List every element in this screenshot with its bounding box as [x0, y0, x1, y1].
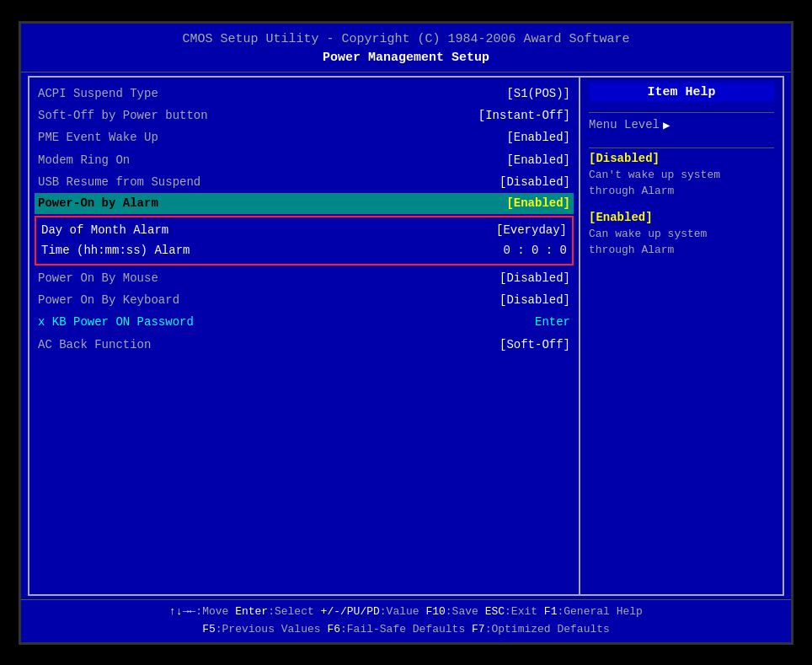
day-of-month-value: [Everyday]: [496, 221, 567, 239]
power-on-mouse-row[interactable]: Power On By Mouse [Disabled]: [38, 267, 570, 289]
title-line2: Power Management Setup: [21, 49, 791, 68]
footer-line1: ↑↓→←:Move Enter:Select +/-/PU/PD:Value F…: [29, 603, 783, 621]
power-on-alarm-row[interactable]: Power-On by Alarm [Enabled]: [35, 193, 574, 213]
power-on-alarm-label: Power-On by Alarm: [38, 194, 158, 212]
right-panel: Item Help Menu Level ▶ [Disabled] Can't …: [580, 78, 783, 594]
ac-back-label: AC Back Function: [38, 335, 151, 354]
kb-password-label: x KB Power ON Password: [38, 313, 194, 331]
kb-password-row[interactable]: x KB Power ON Password Enter: [38, 311, 570, 333]
power-on-keyboard-value: [Disabled]: [499, 291, 570, 309]
soft-off-value: [Instant-Off]: [478, 106, 570, 125]
power-on-mouse-value: [Disabled]: [499, 269, 570, 287]
menu-level-label: Menu Level: [589, 118, 660, 131]
alarm-group: Day of Month Alarm [Everyday] Time (hh:m…: [35, 216, 574, 265]
modem-value: [Enabled]: [506, 151, 570, 169]
kb-password-value: Enter: [535, 313, 570, 331]
time-alarm-value: 0 : 0 : 0: [503, 241, 567, 260]
acpi-suspend-type-row[interactable]: ACPI Suspend Type [S1(POS)]: [38, 83, 570, 105]
soft-off-label: Soft-Off by Power button: [38, 106, 208, 125]
pme-event-row[interactable]: PME Event Wake Up [Enabled]: [38, 126, 570, 148]
main-content: ACPI Suspend Type [S1(POS)] Soft-Off by …: [28, 76, 784, 596]
modem-label: Modem Ring On: [38, 151, 130, 169]
bios-screen: CMOS Setup Utility - Copyright (C) 1984-…: [19, 21, 793, 645]
menu-level-arrow: ▶: [663, 118, 670, 132]
item-help-title: Item Help: [589, 83, 774, 102]
power-on-keyboard-label: Power On By Keyboard: [38, 291, 179, 309]
day-of-month-row[interactable]: Day of Month Alarm [Everyday]: [41, 220, 567, 240]
title-bar: CMOS Setup Utility - Copyright (C) 1984-…: [21, 24, 791, 72]
bottom-bar: ↑↓→←:Move Enter:Select +/-/PU/PD:Value F…: [21, 599, 791, 642]
disabled-help-desc: Can't wake up systemthrough Alarm: [589, 169, 720, 197]
disabled-help-label: [Disabled]: [589, 152, 774, 165]
power-on-keyboard-row[interactable]: Power On By Keyboard [Disabled]: [38, 289, 570, 311]
ac-back-value: [Soft-Off]: [499, 335, 570, 354]
left-panel: ACPI Suspend Type [S1(POS)] Soft-Off by …: [29, 78, 580, 594]
enabled-help-desc: Can wake up systemthrough Alarm: [589, 228, 707, 256]
menu-level-row: Menu Level ▶: [589, 116, 774, 134]
divider2: [589, 147, 774, 148]
pme-label: PME Event Wake Up: [38, 128, 158, 147]
usb-label: USB Resume from Suspend: [38, 173, 200, 191]
pme-value: [Enabled]: [506, 128, 570, 147]
ac-back-row[interactable]: AC Back Function [Soft-Off]: [38, 334, 570, 356]
disabled-help-item: [Disabled] Can't wake up systemthrough A…: [589, 152, 774, 199]
footer-line2: F5:Previous Values F6:Fail-Safe Defaults…: [29, 621, 783, 639]
time-alarm-row[interactable]: Time (hh:mm:ss) Alarm 0 : 0 : 0: [41, 240, 567, 260]
power-on-alarm-value: [Enabled]: [506, 194, 570, 212]
acpi-value: [S1(POS)]: [506, 84, 570, 103]
soft-off-row[interactable]: Soft-Off by Power button [Instant-Off]: [38, 105, 570, 126]
enabled-help-item: [Enabled] Can wake up systemthrough Alar…: [589, 211, 774, 258]
divider1: [589, 112, 774, 113]
modem-ring-row[interactable]: Modem Ring On [Enabled]: [38, 149, 570, 171]
day-of-month-label: Day of Month Alarm: [41, 221, 168, 239]
power-on-mouse-label: Power On By Mouse: [38, 269, 158, 287]
title-line1: CMOS Setup Utility - Copyright (C) 1984-…: [21, 30, 791, 50]
usb-value: [Disabled]: [499, 173, 570, 191]
usb-resume-row[interactable]: USB Resume from Suspend [Disabled]: [38, 171, 570, 193]
time-alarm-label: Time (hh:mm:ss) Alarm: [41, 241, 190, 260]
acpi-label: ACPI Suspend Type: [38, 84, 158, 103]
enabled-help-label: [Enabled]: [589, 211, 774, 224]
